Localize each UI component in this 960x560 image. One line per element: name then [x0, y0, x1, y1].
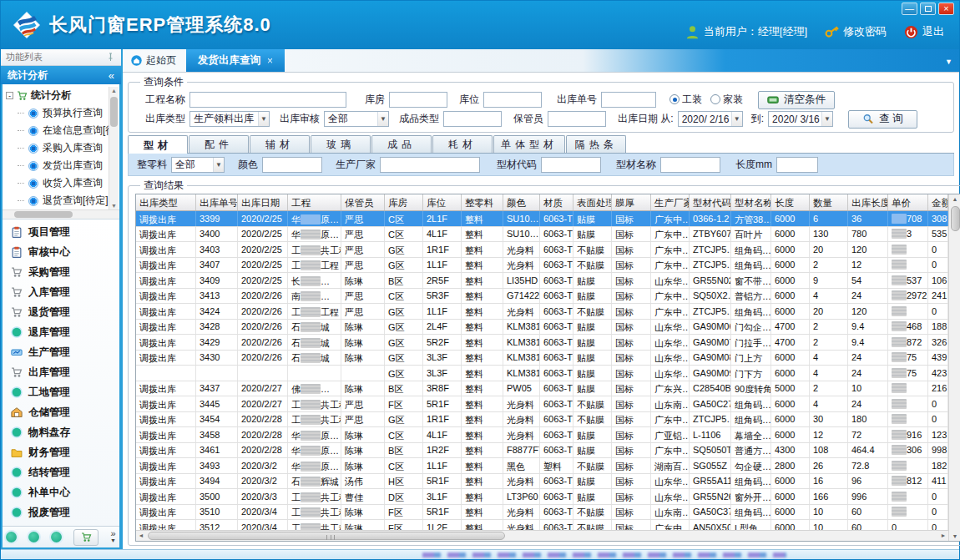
table-row[interactable]: 调拨出库34282020/2/26石城陈琳G区2L4F整料KLM38176063…: [136, 320, 948, 335]
table-row[interactable]: 调拨出库33992020/2/25华原…严思C区2L1F整料SU10…6063-…: [136, 211, 948, 227]
scroll-up-icon[interactable]: ▲: [949, 196, 960, 202]
tree-item[interactable]: 预算执行查询: [3, 104, 119, 122]
module-dot-icon[interactable]: [28, 532, 39, 542]
table-row[interactable]: 调拨出库34452020/2/27工共工程严思F区5R1F整料光身料6063-T…: [136, 396, 948, 412]
tree-vertical-scrollbar[interactable]: ▲ ▼: [109, 87, 119, 209]
column-header-颜色[interactable]: 颜色: [503, 194, 540, 210]
tree-root-item[interactable]: - 统计分析: [3, 87, 119, 104]
tree-item[interactable]: 发货出库查询: [3, 157, 119, 174]
sidebar-item-仓储管理[interactable]: 仓储管理: [3, 402, 119, 422]
sidebar-item-出库管理[interactable]: 出库管理: [3, 362, 119, 382]
section-header-stats[interactable]: 统计分析 «: [1, 66, 121, 84]
table-row[interactable]: 调拨出库34942020/3/2石辉城汤伟H区5R1F整料光身料6063-T5贴…: [136, 474, 948, 490]
table-row[interactable]: 调拨出库34032020/2/25工共工程严思G区1R1F整料光身料6063-T…: [136, 242, 948, 258]
whole-part-select[interactable]: 全部▼: [171, 157, 225, 173]
table-row[interactable]: 调拨出库34292020/2/26石城陈琳G区5R2F整料KLM38176063…: [136, 335, 948, 351]
product-type-input[interactable]: [443, 111, 502, 127]
material-tab-型材[interactable]: 型材: [128, 135, 188, 154]
profile-name-input[interactable]: [660, 157, 720, 173]
maximize-button[interactable]: [920, 3, 936, 15]
module-cart-button[interactable]: [73, 529, 99, 546]
material-tab-单体型材[interactable]: 单体型材: [493, 135, 565, 153]
date-to-picker[interactable]: 2020/ 3/16▼: [768, 111, 833, 127]
warehouse-input[interactable]: [389, 92, 447, 108]
material-tab-成品[interactable]: 成品: [371, 135, 432, 153]
table-row[interactable]: G区3L3F整料KLM38176063-T5贴膜国标山东华…GA90M09…门下…: [136, 366, 948, 381]
radio-jiazhuang[interactable]: 家装: [710, 93, 743, 107]
table-row[interactable]: 调拨出库34002020/2/25华原…严思C区4L1F整料SU10…6063-…: [136, 227, 948, 243]
column-header-库房[interactable]: 库房: [385, 194, 423, 210]
sidebar-item-退货管理[interactable]: 退货管理: [3, 302, 119, 322]
table-row[interactable]: 调拨出库35002020/3/3工共工程曹佳D区3L1F整料LT3P606063…: [136, 489, 948, 505]
table-row[interactable]: 调拨出库34582020/2/28华原…陈琳C区4L1F整料光身料6063-T5…: [136, 427, 948, 443]
table-row[interactable]: 调拨出库34372020/2/27佛…陈琳B区3R8F整料PW056063-T5…: [136, 381, 948, 397]
material-tab-玻璃[interactable]: 玻璃: [311, 135, 371, 153]
column-header-保管员[interactable]: 保管员: [341, 194, 385, 210]
column-header-出库日期[interactable]: 出库日期: [238, 194, 288, 210]
material-tab-隔热条[interactable]: 隔热条: [566, 135, 626, 153]
table-row[interactable]: 调拨出库34932020/3/2华原…陈琳C区1L1F整料黑色塑料不贴膜国标湖南…: [136, 458, 948, 474]
column-header-生产厂家[interactable]: 生产厂家: [651, 194, 690, 210]
table-row[interactable]: 调拨出库34302020/2/26石城陈琳G区3L3F整料KLM38176063…: [136, 351, 948, 366]
sidebar-item-物料盘存[interactable]: 物料盘存: [3, 422, 119, 442]
factory-input[interactable]: [380, 157, 480, 173]
tab-overflow-icon[interactable]: ▼: [945, 58, 952, 66]
column-header-出库长度[interactable]: 出库长度: [848, 194, 888, 210]
table-row[interactable]: 调拨出库35102020/3/4工共工程陈琳F区5R1F整料光身料6063-T5…: [136, 505, 948, 521]
project-name-input[interactable]: [189, 92, 346, 108]
table-row[interactable]: 调拨出库34242020/2/26工工程严思G区1L1F整料光身料6063-T5…: [136, 304, 948, 320]
table-row[interactable]: 调拨出库34612020/2/28华原…陈琳B区1R2F整料F8877FT606…: [136, 443, 948, 459]
table-row[interactable]: 调拨出库34072020/2/25工工程严思G区1L1F整料光身料6063-T5…: [136, 258, 948, 274]
scroll-left-icon[interactable]: ◄: [136, 531, 146, 541]
grid-vertical-scrollbar[interactable]: ▲ ▼: [948, 194, 960, 541]
grid-horizontal-scrollbar[interactable]: ◄ ►: [136, 530, 948, 541]
table-row[interactable]: 调拨出库35122020/3/4工共工程陈琳F区1L2F整料光身料6063-T5…: [136, 520, 948, 530]
column-header-型材名称[interactable]: 型材名称: [731, 194, 771, 210]
scroll-down-icon[interactable]: ▼: [109, 203, 119, 209]
minimize-button[interactable]: —: [902, 3, 917, 15]
material-tab-耗材[interactable]: 耗材: [432, 135, 493, 153]
sidebar-item-财务管理[interactable]: 财务管理: [3, 442, 119, 462]
length-input[interactable]: [776, 157, 818, 173]
scrollbar-thumb[interactable]: [951, 206, 960, 231]
column-header-表面处理[interactable]: 表面处理: [573, 194, 612, 210]
keeper-input[interactable]: [548, 111, 606, 127]
date-from-picker[interactable]: 2020/ 2/16▼: [678, 111, 743, 127]
clear-conditions-button[interactable]: 清空条件: [758, 91, 835, 109]
tree-item[interactable]: 采购入库查询: [3, 139, 119, 157]
tab-shipping-outbound-query[interactable]: 发货出库查询 ×: [186, 49, 285, 72]
more-modules-button[interactable]: »▼: [110, 531, 116, 543]
column-header-数量[interactable]: 数量: [810, 194, 848, 210]
sidebar-item-报废管理[interactable]: 报废管理: [3, 502, 119, 522]
location-input[interactable]: [483, 92, 542, 108]
table-row[interactable]: 调拨出库34092020/2/25长…陈琳B区2R5F整料LI35HD6063-…: [136, 273, 948, 289]
pin-icon[interactable]: [105, 52, 116, 63]
column-header-整零料[interactable]: 整零料: [462, 194, 503, 210]
table-row[interactable]: 调拨出库34132020/2/26南…严思C区5R3F整料G714226063-…: [136, 289, 948, 305]
column-header-材质[interactable]: 材质: [540, 194, 573, 210]
sidebar-item-入库管理[interactable]: 入库管理: [3, 282, 119, 302]
sidebar-item-生产管理[interactable]: 生产管理: [3, 342, 119, 362]
tree-item[interactable]: 退货查询[待定]: [3, 192, 119, 209]
scroll-up-icon[interactable]: ▲: [109, 88, 119, 93]
scrollbar-thumb[interactable]: [14, 211, 73, 218]
table-row[interactable]: 调拨出库34542020/2/28工共工程严思G区1R1F整料光身料6063-T…: [136, 412, 948, 428]
scroll-down-icon[interactable]: ▼: [949, 533, 960, 539]
column-header-工程[interactable]: 工程: [288, 194, 341, 210]
column-header-出库单号[interactable]: 出库单号: [196, 194, 238, 210]
order-no-input[interactable]: [601, 92, 656, 108]
collapse-icon[interactable]: «: [109, 69, 114, 82]
module-dot-icon[interactable]: [51, 532, 62, 542]
scroll-right-icon[interactable]: ►: [938, 531, 948, 541]
sidebar-item-审核中心[interactable]: 审核中心: [3, 242, 119, 262]
sidebar-item-结转管理[interactable]: 结转管理: [3, 462, 119, 482]
material-tab-配件[interactable]: 配件: [189, 135, 249, 153]
logout-button[interactable]: 退出: [904, 24, 944, 39]
sidebar-item-退库管理[interactable]: 退库管理: [3, 322, 119, 342]
column-header-单价[interactable]: 单价: [888, 194, 928, 210]
color-input[interactable]: [262, 157, 322, 173]
scrollbar-thumb[interactable]: [110, 97, 118, 127]
search-button[interactable]: 查 询: [848, 110, 917, 129]
change-password-button[interactable]: 修改密码: [825, 24, 887, 39]
audit-select[interactable]: 全部▼: [324, 111, 389, 127]
